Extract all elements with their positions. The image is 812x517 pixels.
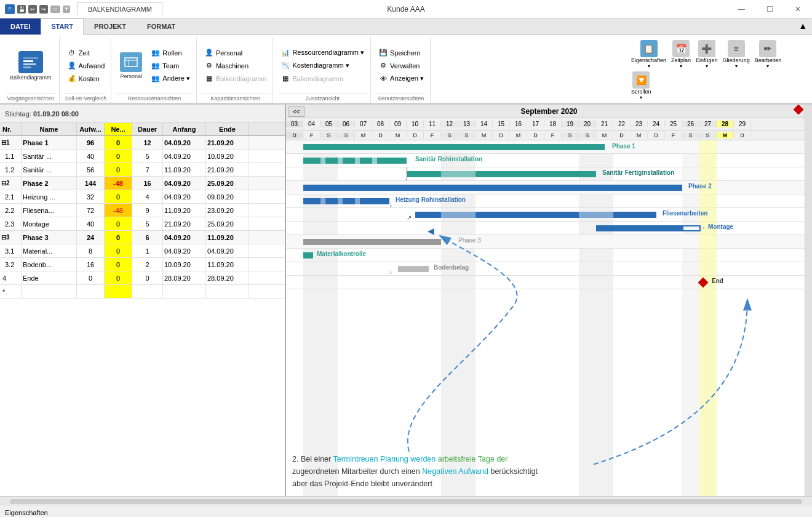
btn-balken-kap[interactable]: ▦ Balkendiagramm: [202, 73, 269, 85]
annotation-area: [0, 299, 285, 496]
btn-anzeigen[interactable]: 👁 Anzeigen ▾: [376, 73, 426, 85]
ribbon-collapse[interactable]: ▲: [794, 18, 812, 34]
gantt-days-header: 03 04 05 06 07 08 09 10 11 12 13 14 15 1…: [286, 118, 812, 130]
ribbon-items-2: ⏱ Zeit 👤 Aufwand 💰 Kosten: [65, 39, 108, 92]
cell-nr: 2.1: [0, 190, 22, 203]
day-04: 04: [303, 121, 320, 127]
day-prev: 03: [286, 121, 303, 127]
andere-label: Andere ▾: [162, 74, 190, 82]
tab-datei[interactable]: DATEI: [0, 18, 41, 34]
cell-dauer: [132, 285, 163, 298]
cell-ne: 0: [105, 150, 132, 162]
undo-btn[interactable]: ↩: [28, 5, 37, 14]
btn-team[interactable]: 👥 Team: [148, 60, 193, 72]
wd-M1: M: [355, 132, 372, 138]
hscroll-thumb[interactable]: [10, 499, 802, 504]
wd-D2: D: [407, 132, 424, 138]
close-btn[interactable]: ✕: [784, 0, 812, 18]
tab-format[interactable]: FORMAT: [137, 18, 186, 34]
zeit-icon: ⏱: [67, 48, 77, 58]
btn-rollen[interactable]: 👥 Rollen: [148, 47, 193, 59]
cell-aufw: 0: [77, 271, 105, 284]
wd-F3: F: [544, 132, 562, 138]
gantt-row-3-1: Materialkontrolle: [286, 249, 812, 262]
gantt-row-3-2: ↓ Bodenbelag: [286, 262, 812, 276]
gantt-vscrollbar[interactable]: [805, 105, 812, 496]
anzeigen-icon: 👁: [378, 74, 388, 84]
btn-maschinen[interactable]: ⚙ Maschinen: [202, 60, 269, 72]
svg-rect-0: [23, 57, 38, 59]
btn-eigenschaften[interactable]: 📋 Eigenschaften ▾: [629, 39, 669, 70]
wd-D7: D: [734, 132, 751, 138]
quick-save[interactable]: 💾: [17, 5, 26, 14]
active-tab[interactable]: BALKENDIAGRAMM: [78, 2, 162, 15]
day-10: 10: [407, 121, 424, 127]
day-08: 08: [372, 121, 389, 127]
btn-zeitplan[interactable]: 📅 Zeitplan ▾: [669, 39, 693, 70]
tab-start[interactable]: START: [41, 18, 84, 35]
cell-nr: 2.2: [0, 204, 22, 217]
col-sollIst: ⏱ Zeit 👤 Aufwand 💰 Kosten: [65, 47, 108, 85]
btn-verwalten[interactable]: ⚙ Verwalten: [376, 60, 426, 72]
cell-ne: 0: [105, 244, 132, 257]
wd-D4: D: [527, 132, 544, 138]
wd-F4: F: [665, 132, 682, 138]
btn-personal[interactable]: Personal: [116, 50, 146, 82]
btn-speichern[interactable]: 💾 Speichern: [376, 47, 426, 59]
btn-personal-kap[interactable]: 👤 Personal: [202, 47, 269, 59]
wd-D5: D: [613, 132, 631, 138]
connector-2: ↓: [389, 201, 392, 208]
cell-dauer: 12: [132, 136, 163, 149]
minimize-btn[interactable]: —: [727, 0, 755, 18]
cell-aufw: 8: [77, 244, 105, 257]
tab-projekt[interactable]: PROJEKT: [84, 18, 137, 34]
group-label-3: Ressourcenansichten: [116, 94, 193, 102]
bar-montage-out: [682, 225, 701, 231]
btn-balken-zus[interactable]: ▦ Balkendiagramm: [278, 73, 367, 85]
table-row: 1.1 Sanitär ... 40 0 5 04.09.20 10.09.20: [0, 150, 285, 163]
wd-S3: S: [441, 132, 458, 138]
wd-D1: D: [372, 132, 389, 138]
day-11: 11: [424, 121, 441, 127]
group-label-6: Benutzeransichten: [376, 94, 426, 102]
personal-kap-label: Personal: [216, 49, 242, 57]
day-21: 21: [596, 121, 613, 127]
col-zusatz: 📊 Ressourcendiagramm ▾ 📉 Kostendiagramm …: [278, 47, 367, 85]
day-28: 28: [717, 121, 734, 127]
restore-btn[interactable]: ☐: [755, 0, 784, 18]
zeitplan-icon: 📅: [672, 40, 690, 57]
wd-M2: M: [389, 132, 407, 138]
btn-aufwand[interactable]: 👤 Aufwand: [65, 60, 108, 72]
bar-sanitar-rohi-h3: [355, 158, 360, 164]
prev-month-btn[interactable]: <<: [289, 106, 304, 117]
btn-scrollen[interactable]: 🔽 Scrollen ▾: [629, 70, 654, 102]
btn-kostendiag[interactable]: 📉 Kostendiagramm ▾: [278, 60, 367, 72]
btn-zeit[interactable]: ⏱ Zeit: [65, 47, 108, 59]
redo-btn[interactable]: ↪: [39, 5, 48, 14]
btn-andere[interactable]: 👥 Andere ▾: [148, 73, 193, 85]
svg-rect-2: [23, 63, 36, 65]
btn-gliederung[interactable]: ≡ Gliederung ▾: [720, 39, 752, 70]
win-btn-1[interactable]: ▭: [50, 6, 60, 13]
btn-bearbeiten[interactable]: ✏ Bearbeiten ▾: [752, 39, 784, 70]
day-19: 19: [562, 121, 579, 127]
bar-phase2: [303, 185, 682, 191]
cell-aufw: 40: [77, 217, 105, 230]
bar-fliesen-h1: [441, 212, 476, 218]
th-aufw: Aufw...: [77, 123, 105, 135]
properties-bar: Eigenschaften: [0, 506, 812, 517]
btn-ressourcendiag[interactable]: 📊 Ressourcendiagramm ▾: [278, 47, 367, 59]
day-23: 23: [631, 121, 648, 127]
btn-balkendiagramm[interactable]: Balkendiagramm: [6, 49, 55, 83]
cell-ne: -48: [105, 177, 132, 190]
wd-S1: S: [320, 132, 338, 138]
hscrollbar[interactable]: [0, 496, 812, 506]
zeitplan-label: Zeitplan: [671, 57, 691, 63]
titlebar: P 💾 ↩ ↪ ▭ ▼ BALKENDIAGRAMM Kunde AAA — ☐…: [0, 0, 812, 18]
red-diamond-top: [794, 105, 804, 114]
einfugen-label: Einfügen: [696, 57, 718, 63]
btn-einfugen[interactable]: ➕ Einfügen ▾: [693, 39, 720, 70]
stichtag-label: Stichtag:: [5, 110, 31, 118]
down-arrow[interactable]: ▼: [63, 6, 70, 13]
btn-kosten[interactable]: 💰 Kosten: [65, 73, 108, 85]
